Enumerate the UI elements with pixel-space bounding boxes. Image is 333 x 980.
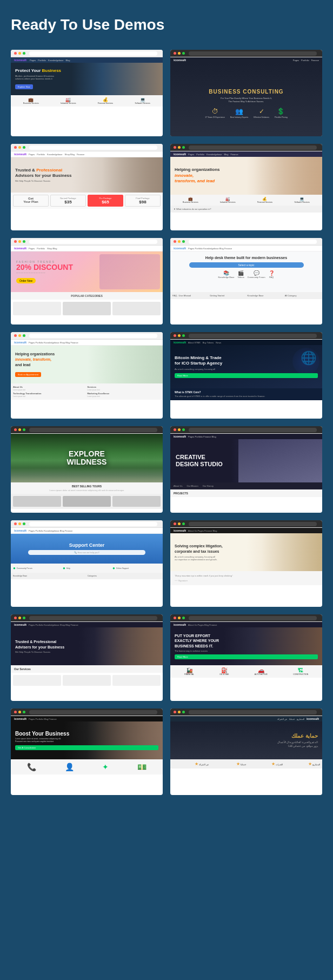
demo-card-2[interactable]: iconsult Pages Portfolio Finance BUSINES… xyxy=(170,50,322,136)
nav-dot-yellow xyxy=(18,52,21,55)
logo-1: iconsult xyxy=(14,58,26,62)
demo6-title: Help desk theme built for modern busines… xyxy=(205,256,287,260)
nav-dot-green-2 xyxy=(182,52,185,55)
demo-card-13[interactable]: iconsult Pages Portfolio Knowledgebase S… xyxy=(11,614,163,701)
demo2-title: BUSINESS CONSULTING xyxy=(209,89,283,95)
demo-card-14[interactable]: iconsult About Us Pages Blog Finance PUT… xyxy=(170,614,322,701)
nav-dot-red-2 xyxy=(174,52,176,55)
demo7-title: Helping organizationsinnovate, transform… xyxy=(15,352,158,367)
demo-card-9[interactable]: EXPLOREWILDNESS BEST SELLING TOURS Lorem… xyxy=(11,426,163,513)
url-bar xyxy=(29,51,157,56)
demo11-title: Support Center xyxy=(69,542,105,548)
demo5-title: 20% DISCOUNT xyxy=(16,263,73,271)
nav-dot-yellow-2 xyxy=(178,52,181,55)
demo-card-11[interactable]: iconsult Pages Portfolio Knowledgebase B… xyxy=(11,520,163,607)
demo-card-3[interactable]: iconsult Pages Portfolio Knowledgebase S… xyxy=(11,144,163,230)
nav-dot-red xyxy=(14,52,17,55)
demo8-title: Bitcoin Mining & Tradefor ICO Startup Ag… xyxy=(175,355,318,367)
demo13-title: Trusted & ProfessionalAdvisers for your … xyxy=(15,639,158,650)
demo10-title: CREATIVEDESIGN STUDIO xyxy=(176,454,223,468)
demo3-title: Trusted & ProfessionalAdvisors for your … xyxy=(15,168,71,179)
demo-card-15[interactable]: iconsult Pages Portfolio Blog Finance Bo… xyxy=(11,708,163,795)
demo-card-12[interactable]: iconsult About Us Pages Finance Blog Sol… xyxy=(170,520,322,607)
demo-card-7[interactable]: iconsult Pages Portfolio Knowledgebase S… xyxy=(11,332,163,419)
demo-card-4[interactable]: iconsult Pages Portfolio Knowledgebase B… xyxy=(170,144,322,230)
url-bar-2 xyxy=(189,51,317,56)
demo16-title: حماية عملك xyxy=(277,732,318,739)
demo-card-6[interactable]: iconsult Pages Portfolio Knowledgebase B… xyxy=(170,238,322,325)
nav-dot-green xyxy=(23,52,25,55)
demo12-title: Solving complex litigation,corporate and… xyxy=(175,544,318,554)
demos-grid: iconsult Pages Portfolio Knowledgebase B… xyxy=(11,50,322,795)
demo-card-1[interactable]: iconsult Pages Portfolio Knowledgebase B… xyxy=(11,50,163,136)
demo1-title: Protect Your Business xyxy=(15,68,61,74)
demo15-title: Boost Your Business xyxy=(15,731,158,737)
demo9-title: EXPLOREWILDNESS xyxy=(67,450,107,467)
demo-card-5[interactable]: iconsult Pages Portfolio Shop Blog FASHI… xyxy=(11,238,163,325)
demo1-btn: Explore Now xyxy=(15,84,33,89)
demo14-title: PUT YOUR EFFORTEXACTLY WHERE YOURBUSINES… xyxy=(175,633,318,648)
page-title: Ready To Use Demos xyxy=(11,16,322,34)
demo-card-8[interactable]: iconsult About STMX Buy Tokens News 🌐 Bi… xyxy=(170,332,322,419)
demo-card-16[interactable]: عن الشركة خدماتنا المشاريع iconsult حماي… xyxy=(170,708,322,795)
demo-card-10[interactable]: iconsult Pages Portfolio Finance Blog CR… xyxy=(170,426,322,513)
demo4-title: Helping organizationsinnovate,transform,… xyxy=(175,167,220,184)
